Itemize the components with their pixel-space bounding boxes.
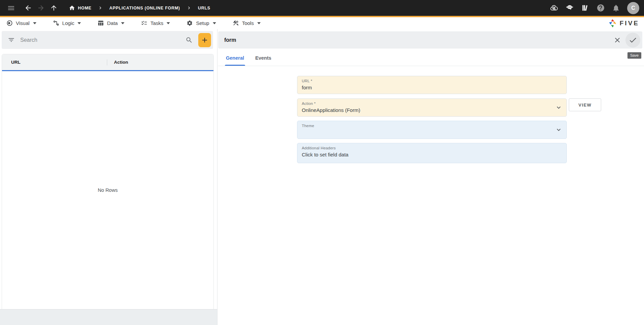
- check-icon: [628, 36, 637, 45]
- cloud-inspect-button[interactable]: [548, 1, 560, 15]
- save-button[interactable]: [625, 33, 640, 48]
- user-avatar[interactable]: C: [627, 2, 639, 14]
- additional-headers-value: Click to set field data: [302, 152, 553, 157]
- arrow-up-icon: [50, 4, 58, 12]
- theme-field-label: Theme: [302, 124, 553, 128]
- gear-icon: [186, 20, 193, 26]
- search-input[interactable]: [20, 37, 184, 43]
- table-header: URL Action: [2, 54, 213, 70]
- robot-chat-icon: [565, 4, 574, 12]
- action-field-label: Action *: [302, 101, 553, 106]
- record-title: form: [224, 37, 236, 43]
- assistant-button[interactable]: [563, 1, 576, 15]
- nav-up-button[interactable]: [47, 1, 60, 15]
- bell-icon: [612, 4, 620, 12]
- hamburger-icon: [7, 4, 15, 12]
- menu-tasks-label: Tasks: [150, 20, 163, 26]
- chevron-down-icon: [555, 126, 562, 134]
- detail-tabs: General Events: [218, 49, 644, 66]
- tab-events[interactable]: Events: [255, 55, 271, 66]
- nav-forward-button[interactable]: [34, 1, 47, 15]
- help-button[interactable]: [594, 1, 607, 15]
- menu-tasks[interactable]: Tasks: [141, 20, 170, 26]
- filter-icon: [8, 36, 15, 43]
- caret-down-icon: [257, 22, 261, 24]
- menu-setup-label: Setup: [196, 20, 209, 26]
- close-icon: [613, 36, 621, 44]
- cancel-button[interactable]: [611, 33, 624, 47]
- record-detail-panel: form Save General Events URL *: [218, 29, 644, 325]
- avatar-initial: C: [631, 5, 635, 11]
- brand-logo: FIVE: [608, 17, 639, 29]
- app-screen: HOME APPLICATIONS (ONLINE FORM) URLS: [0, 0, 644, 325]
- menu-data-label: Data: [107, 20, 118, 26]
- caret-down-icon: [33, 22, 36, 24]
- nav-back-button[interactable]: [22, 1, 34, 15]
- tools-icon: [233, 20, 239, 26]
- search-icon: [185, 36, 193, 44]
- menu-logic[interactable]: Logic: [53, 20, 81, 26]
- home-icon: [69, 5, 75, 11]
- arrow-forward-icon: [37, 4, 45, 12]
- detail-actions: [611, 33, 640, 48]
- menu-data[interactable]: Data: [97, 20, 124, 26]
- additional-headers-label: Additional Headers: [302, 146, 553, 150]
- main-menu-bar: Visual Logic Data Tasks: [0, 17, 644, 29]
- column-header-action[interactable]: Action: [107, 60, 128, 65]
- chevron-right-icon: [186, 5, 192, 11]
- table-body: No Rows: [2, 71, 213, 309]
- menu-tools-label: Tools: [242, 20, 254, 26]
- hamburger-menu-button[interactable]: [5, 1, 18, 15]
- caret-down-icon: [213, 22, 216, 24]
- breadcrumb-home[interactable]: HOME: [69, 5, 91, 11]
- documentation-button[interactable]: [579, 1, 591, 15]
- caret-down-icon: [121, 22, 124, 24]
- search-button[interactable]: [184, 35, 194, 45]
- add-url-button[interactable]: [198, 33, 211, 47]
- url-field-value: form: [302, 85, 553, 90]
- save-tooltip: Save: [627, 52, 641, 59]
- cloud-search-icon: [550, 4, 558, 12]
- table-grid-icon: [97, 20, 104, 26]
- filter-button[interactable]: [7, 36, 16, 44]
- caret-down-icon: [78, 22, 81, 24]
- caret-down-icon: [167, 22, 170, 24]
- flowchart-icon: [53, 20, 59, 26]
- view-action-button[interactable]: VIEW: [569, 98, 601, 111]
- menu-setup[interactable]: Setup: [186, 20, 216, 26]
- tab-general[interactable]: General: [226, 55, 244, 66]
- breadcrumb-applications[interactable]: APPLICATIONS (ONLINE FORM): [109, 6, 180, 10]
- menu-logic-label: Logic: [62, 20, 75, 26]
- help-icon: [596, 4, 605, 12]
- menu-visual[interactable]: Visual: [6, 20, 36, 26]
- topbar-actions: C: [548, 1, 639, 15]
- theme-field[interactable]: Theme: [297, 121, 567, 139]
- arrow-back-icon: [24, 4, 32, 12]
- empty-state-text: No Rows: [98, 187, 118, 193]
- library-books-icon: [581, 4, 589, 12]
- additional-headers-field[interactable]: Additional Headers Click to set field da…: [297, 143, 567, 163]
- breadcrumb-home-label: HOME: [78, 6, 91, 10]
- url-list-panel: URL Action No Rows: [0, 29, 217, 325]
- chevron-right-icon: [97, 5, 103, 11]
- brand-name: FIVE: [620, 20, 639, 27]
- chevron-down-icon: [555, 104, 562, 111]
- detail-header: form: [218, 31, 642, 49]
- plus-icon: [201, 36, 209, 44]
- breadcrumb: HOME APPLICATIONS (ONLINE FORM) URLS: [69, 5, 210, 11]
- notifications-button[interactable]: [610, 1, 622, 15]
- breadcrumb-urls[interactable]: URLS: [198, 6, 210, 10]
- url-field-label: URL *: [302, 79, 553, 83]
- column-header-url[interactable]: URL: [2, 60, 107, 65]
- table-footer: [0, 309, 217, 325]
- menu-visual-label: Visual: [16, 20, 30, 26]
- menu-tools[interactable]: Tools: [233, 20, 261, 26]
- action-field[interactable]: Action * OnlineApplications (Form): [297, 98, 567, 117]
- checklist-icon: [141, 20, 147, 26]
- action-field-value: OnlineApplications (Form): [302, 107, 553, 113]
- pinwheel-logo-icon: [608, 19, 617, 28]
- eye-icon: [6, 20, 13, 26]
- url-table: URL Action No Rows: [2, 54, 214, 309]
- url-field[interactable]: URL * form: [297, 76, 567, 94]
- search-bar: [2, 31, 213, 49]
